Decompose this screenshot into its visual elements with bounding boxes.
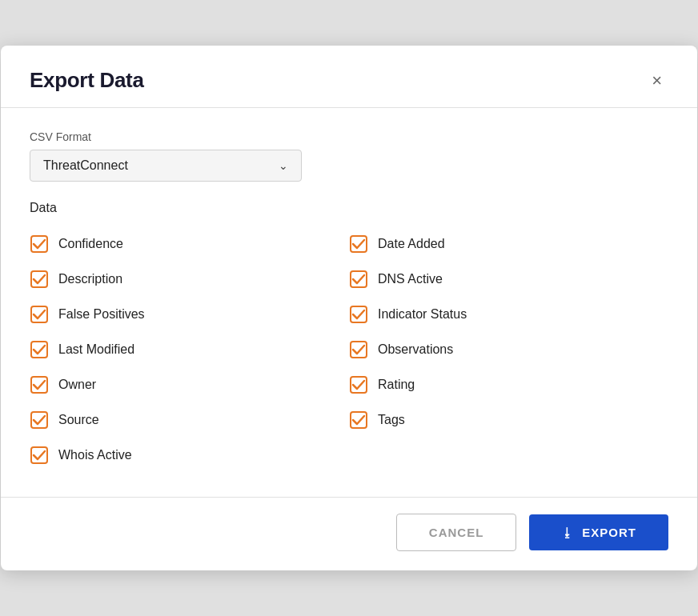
checkbox-label-last-modified: Last Modified — [58, 342, 134, 357]
checkbox-observations[interactable]: Observations — [349, 332, 668, 367]
checkbox-label-false-positives: False Positives — [58, 307, 145, 322]
checkbox-date-added[interactable]: Date Added — [349, 226, 668, 262]
checkbox-description[interactable]: Description — [30, 262, 349, 297]
checkbox-last-modified[interactable]: Last Modified — [30, 332, 349, 367]
checkbox-dns-active[interactable]: DNS Active — [349, 262, 668, 297]
dropdown-value: ThreatConnect — [43, 158, 128, 173]
checkbox-indicator-status[interactable]: Indicator Status — [349, 297, 668, 332]
modal-overlay: Export Data × CSV Format ThreatConnect ⌄… — [0, 0, 698, 616]
checkbox-label-owner: Owner — [58, 378, 96, 392]
checkbox-source[interactable]: Source — [30, 402, 349, 438]
checkbox-label-indicator-status: Indicator Status — [378, 307, 467, 322]
export-dialog: Export Data × CSV Format ThreatConnect ⌄… — [1, 46, 697, 570]
csv-format-label: CSV Format — [30, 130, 668, 143]
checkbox-label-observations: Observations — [378, 342, 453, 357]
checkbox-icon-owner — [30, 375, 49, 394]
checkbox-false-positives[interactable]: False Positives — [30, 297, 349, 332]
checkbox-icon-rating — [349, 375, 368, 394]
checkboxes-grid: Confidence Date Added Description — [30, 226, 668, 473]
checkbox-label-description: Description — [58, 272, 122, 286]
checkbox-label-dns-active: DNS Active — [378, 272, 443, 286]
export-label: EXPORT — [582, 526, 636, 539]
csv-format-section: CSV Format ThreatConnect ⌄ — [30, 130, 668, 182]
checkbox-confidence[interactable]: Confidence — [30, 226, 349, 262]
checkbox-icon-last-modified — [30, 340, 49, 359]
checkbox-icon-whois-active — [30, 446, 49, 465]
checkbox-label-tags: Tags — [378, 413, 405, 427]
checkbox-icon-confidence — [30, 234, 49, 254]
cancel-button[interactable]: CANCEL — [396, 514, 517, 551]
checkbox-icon-date-added — [349, 234, 368, 254]
checkbox-label-rating: Rating — [378, 378, 415, 392]
modal-footer: CANCEL ⭳ EXPORT — [1, 497, 697, 570]
download-icon: ⭳ — [561, 526, 574, 539]
checkbox-rating[interactable]: Rating — [349, 367, 668, 402]
modal-title: Export Data — [30, 68, 144, 93]
checkbox-label-date-added: Date Added — [378, 237, 445, 251]
checkbox-icon-tags — [349, 410, 368, 430]
checkbox-icon-description — [30, 270, 49, 289]
checkbox-icon-false-positives — [30, 305, 49, 324]
checkbox-owner[interactable]: Owner — [30, 367, 349, 402]
format-dropdown[interactable]: ThreatConnect ⌄ — [30, 150, 302, 182]
checkbox-icon-dns-active — [349, 270, 368, 289]
data-section-label: Data — [30, 201, 668, 215]
checkbox-label-confidence: Confidence — [58, 237, 123, 251]
close-button[interactable]: × — [645, 69, 668, 93]
checkbox-whois-active[interactable]: Whois Active — [30, 438, 349, 473]
checkbox-tags[interactable]: Tags — [349, 402, 668, 438]
export-button[interactable]: ⭳ EXPORT — [529, 514, 668, 550]
chevron-down-icon: ⌄ — [279, 159, 288, 172]
checkbox-label-whois-active: Whois Active — [58, 448, 132, 462]
checkbox-icon-source — [30, 410, 49, 430]
checkbox-icon-indicator-status — [349, 305, 368, 324]
modal-body: CSV Format ThreatConnect ⌄ Data Confiden… — [1, 108, 697, 497]
grid-spacer — [349, 438, 668, 473]
checkbox-label-source: Source — [58, 413, 99, 427]
modal-header: Export Data × — [1, 46, 697, 108]
checkbox-icon-observations — [349, 340, 368, 359]
